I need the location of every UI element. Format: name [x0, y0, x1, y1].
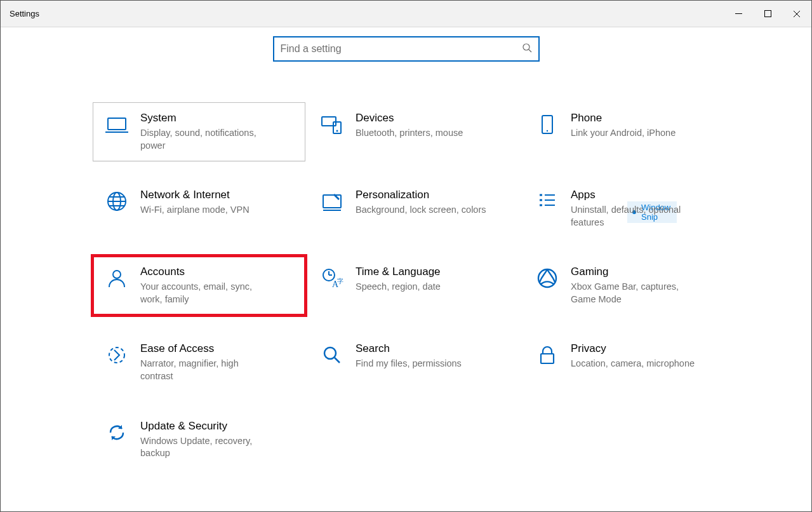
svg-point-4 [523, 44, 529, 50]
ease-icon [102, 344, 131, 367]
minimize-button[interactable] [724, 1, 753, 27]
tile-title: Network & Internet [140, 189, 250, 201]
tile-title: Ease of Access [140, 342, 274, 355]
tile-title: Apps [571, 189, 704, 201]
search-icon [522, 43, 532, 55]
tile-desc: Link your Android, iPhone [571, 127, 676, 140]
gaming-icon [533, 267, 562, 290]
tile-personalization[interactable]: PersonalizationBackground, lock screen, … [308, 179, 521, 238]
accounts-icon [102, 267, 131, 290]
search-icon [317, 344, 347, 367]
tile-title: Gaming [571, 266, 704, 278]
tile-accounts[interactable]: AccountsYour accounts, email, sync, work… [93, 256, 305, 315]
tile-desc: Xbox Game Bar, captures, Game Mode [571, 281, 704, 306]
tile-desc: Background, lock screen, colors [356, 204, 486, 217]
tile-desc: Display, sound, notifications, power [140, 127, 274, 152]
tile-title: Update & Security [140, 420, 274, 433]
tile-network[interactable]: Network & InternetWi-Fi, airplane mode, … [93, 179, 305, 238]
search-box[interactable] [273, 36, 540, 62]
settings-grid: SystemDisplay, sound, notifications, pow… [93, 102, 811, 469]
privacy-icon [533, 344, 562, 367]
titlebar: Settings [1, 1, 811, 27]
tile-title: Accounts [140, 266, 274, 278]
system-icon [102, 113, 131, 136]
tile-title: Devices [356, 112, 463, 125]
tile-desc: Narrator, magnifier, high contrast [140, 358, 274, 382]
maximize-button[interactable] [753, 1, 782, 27]
tile-phone[interactable]: PhoneLink your Android, iPhone [523, 102, 736, 161]
window-controls [724, 1, 811, 27]
tile-desc: Wi-Fi, airplane mode, VPN [140, 204, 250, 217]
update-icon [102, 421, 131, 444]
tile-system[interactable]: SystemDisplay, sound, notifications, pow… [93, 102, 305, 161]
tile-devices[interactable]: DevicesBluetooth, printers, mouse [308, 102, 521, 161]
tile-title: Time & Language [356, 266, 441, 278]
window-title: Settings [10, 9, 39, 18]
tile-title: Personalization [356, 189, 486, 201]
search-input[interactable] [281, 43, 522, 55]
time-icon [317, 267, 347, 290]
tile-desc: Uninstall, defaults, optional features [571, 204, 704, 229]
tile-desc: Location, camera, microphone [571, 358, 695, 370]
tile-gaming[interactable]: GamingXbox Game Bar, captures, Game Mode [523, 256, 736, 315]
tile-time[interactable]: Time & LanguageSpeech, region, date [308, 256, 521, 315]
content-area: SystemDisplay, sound, notifications, pow… [1, 27, 811, 469]
personalization-icon [317, 190, 347, 213]
tile-desc: Your accounts, email, sync, work, family [140, 281, 274, 306]
tile-desc: Windows Update, recovery, backup [140, 435, 274, 460]
tile-title: System [140, 112, 274, 125]
tile-title: Privacy [571, 342, 695, 355]
tile-ease[interactable]: Ease of AccessNarrator, magnifier, high … [93, 333, 305, 392]
tile-search[interactable]: SearchFind my files, permissions [308, 333, 521, 392]
svg-line-5 [529, 50, 531, 52]
apps-icon [533, 190, 562, 213]
tile-desc: Bluetooth, printers, mouse [356, 127, 463, 140]
tile-privacy[interactable]: PrivacyLocation, camera, microphone [523, 333, 736, 392]
phone-icon [533, 113, 562, 136]
tile-title: Phone [571, 112, 676, 125]
tile-update[interactable]: Update & SecurityWindows Update, recover… [93, 410, 305, 469]
tile-desc: Speech, region, date [356, 281, 441, 293]
network-icon [102, 190, 131, 213]
close-button[interactable] [782, 1, 811, 27]
tile-desc: Find my files, permissions [356, 358, 462, 370]
tile-apps[interactable]: AppsUninstall, defaults, optional featur… [523, 179, 736, 238]
devices-icon [317, 113, 347, 136]
svg-rect-1 [764, 11, 771, 17]
tile-title: Search [356, 342, 462, 355]
